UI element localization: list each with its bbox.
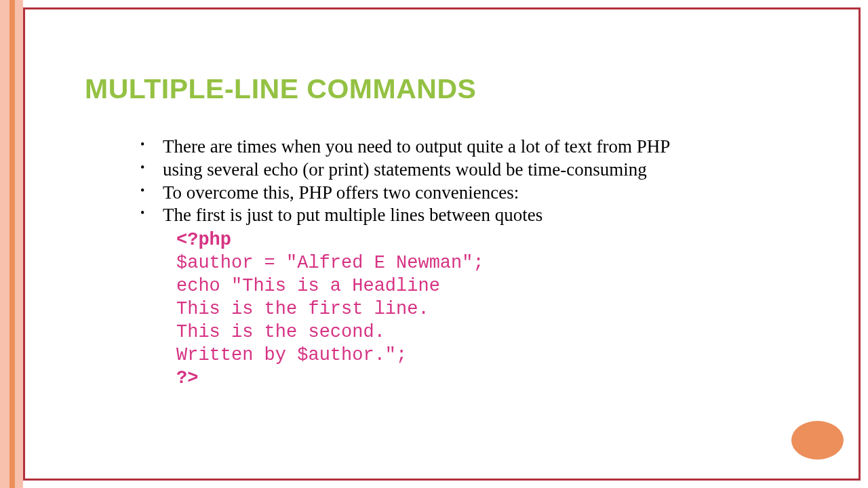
slide-border-left [23, 7, 25, 481]
code-line: <?php [176, 228, 827, 251]
slide-number-badge [791, 421, 844, 460]
code-line: Written by $author."; [176, 344, 827, 367]
list-item: The first is just to put multiple lines … [146, 204, 827, 227]
code-block: <?php $author = "Alfred E Newman"; echo … [176, 228, 827, 390]
slide-border-right [859, 7, 861, 481]
code-line: This is the second. [176, 321, 827, 344]
bullet-list: There are times when you need to output … [146, 136, 827, 227]
list-item: There are times when you need to output … [146, 136, 827, 159]
code-line: echo "This is a Headline [176, 274, 827, 298]
slide-content: MULTIPLE-LINE COMMANDS There are times w… [85, 73, 827, 390]
slide-left-strip-inner [9, 0, 15, 488]
list-item: using several echo (or print) statements… [146, 159, 827, 182]
code-line: This is the first line. [176, 298, 827, 321]
code-line: $author = "Alfred E Newman"; [176, 251, 827, 274]
slide-border-bottom [23, 479, 861, 481]
list-item: To overcome this, PHP offers two conveni… [146, 182, 827, 205]
slide-border-top [23, 7, 861, 9]
slide-title: MULTIPLE-LINE COMMANDS [85, 73, 827, 105]
code-line: ?> [176, 367, 827, 390]
